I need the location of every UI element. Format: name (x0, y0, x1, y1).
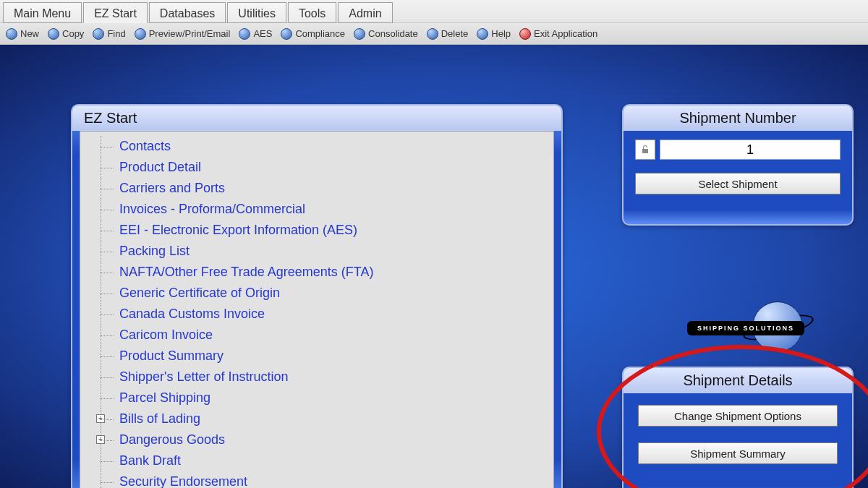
tree-item-dangerous-goods[interactable]: +Dangerous Goods (86, 429, 548, 450)
toolbar-label: Exit Application (534, 28, 597, 39)
shipment-details-panel: Shipment Details Change Shipment Options… (622, 367, 854, 488)
tree-item-security-endorsement[interactable]: Security Endorsement (86, 471, 548, 488)
tree-item-shipper-s-letter-of-instruction[interactable]: Shipper's Letter of Instruction (86, 367, 548, 388)
tree-item-parcel-shipping[interactable]: Parcel Shipping (86, 388, 548, 408)
tree-item-label: Dangerous Goods (119, 432, 225, 447)
tree-item-label: Carriers and Ports (119, 181, 225, 195)
toolbar-copy[interactable]: Copy (48, 28, 84, 40)
toolbar-new[interactable]: New (6, 28, 39, 40)
toolbar-label: Consolidate (368, 28, 418, 39)
tree-item-label: Packing List (119, 244, 190, 258)
tree-item-packing-list[interactable]: Packing List (86, 241, 548, 262)
exit-application-icon (519, 28, 531, 40)
tree-item-label: Caricom Invoice (119, 328, 213, 342)
ez-start-tree[interactable]: ContactsProduct DetailCarriers and Ports… (80, 131, 554, 488)
toolbar-label: Help (491, 28, 511, 39)
toolbar-aes[interactable]: AES (239, 28, 272, 40)
toolbar-consolidate[interactable]: Consolidate (354, 28, 418, 40)
compliance-icon (281, 28, 292, 40)
toolbar-label: New (20, 28, 39, 39)
toolbar-compliance[interactable]: Compliance (281, 28, 345, 40)
shipment-number-title: Shipment Number (624, 106, 852, 131)
main-menu-bar: Main MenuEZ StartDatabasesUtilitiesTools… (0, 0, 868, 23)
toolbar-delete[interactable]: Delete (427, 28, 469, 40)
delete-icon (427, 28, 438, 40)
tree-item-product-detail[interactable]: Product Detail (86, 157, 548, 178)
menu-tab-ez-start[interactable]: EZ Start (83, 2, 148, 23)
tree-item-label: Security Endorsement (119, 474, 247, 488)
toolbar-label: Compliance (295, 28, 345, 39)
shipment-details-title: Shipment Details (624, 368, 852, 393)
expand-icon[interactable]: + (96, 414, 105, 423)
tree-item-caricom-invoice[interactable]: Caricom Invoice (86, 325, 548, 346)
tree-item-label: EEI - Electronic Export Information (AES… (119, 223, 357, 237)
tree-item-contacts[interactable]: Contacts (86, 136, 548, 157)
tree-item-label: Contacts (119, 139, 171, 153)
menu-tab-admin[interactable]: Admin (338, 2, 392, 23)
tree-item-bills-of-lading[interactable]: +Bills of Lading (86, 408, 548, 429)
aes-icon (239, 28, 250, 40)
tree-item-label: Generic Certificate of Origin (119, 286, 280, 300)
select-shipment-button[interactable]: Select Shipment (635, 173, 841, 194)
action-toolbar: NewCopyFindPreview/Print/EmailAESComplia… (0, 23, 868, 45)
toolbar-label: Delete (441, 28, 469, 39)
tree-item-label: Invoices - Proforma/Commercial (119, 202, 305, 216)
tree-item-eei-electronic-export-information-aes-[interactable]: EEI - Electronic Export Information (AES… (86, 220, 548, 241)
consolidate-icon (354, 28, 365, 40)
menu-tab-tools[interactable]: Tools (288, 2, 336, 23)
tree-item-label: Product Detail (119, 160, 201, 174)
change-shipment-options-button[interactable]: Change Shipment Options (638, 405, 838, 427)
tree-item-product-summary[interactable]: Product Summary (86, 346, 548, 367)
menu-tab-utilities[interactable]: Utilities (227, 2, 286, 23)
tree-item-nafta-other-free-trade-agreements-fta-[interactable]: NAFTA/Other Free Trade Agreements (FTA) (86, 262, 548, 283)
tree-item-label: NAFTA/Other Free Trade Agreements (FTA) (119, 265, 373, 279)
ez-start-panel: EZ Start ContactsProduct DetailCarriers … (71, 104, 563, 488)
tree-item-label: Bank Draft (119, 453, 181, 468)
menu-tab-databases[interactable]: Databases (149, 2, 226, 23)
tree-item-label: Shipper's Letter of Instruction (119, 369, 289, 384)
shipping-solutions-logo: SHIPPING SOLUTIONS (665, 291, 810, 363)
workspace: EZ Start ContactsProduct DetailCarriers … (0, 45, 868, 488)
tree-item-label: Canada Customs Invoice (119, 307, 265, 321)
lock-icon[interactable] (635, 140, 655, 160)
tree-item-label: Parcel Shipping (119, 390, 210, 405)
globe-icon (752, 301, 803, 352)
expand-icon[interactable]: + (96, 435, 105, 444)
tree-item-generic-certificate-of-origin[interactable]: Generic Certificate of Origin (86, 283, 548, 304)
shipment-summary-button[interactable]: Shipment Summary (638, 442, 838, 464)
find-icon (93, 28, 104, 40)
tree-item-canada-customs-invoice[interactable]: Canada Customs Invoice (86, 304, 548, 325)
toolbar-preview-print-email[interactable]: Preview/Print/Email (135, 28, 231, 40)
toolbar-help[interactable]: Help (477, 28, 511, 40)
preview-print-email-icon (135, 28, 146, 40)
tree-item-carriers-and-ports[interactable]: Carriers and Ports (86, 178, 548, 199)
toolbar-find[interactable]: Find (93, 28, 125, 40)
help-icon (477, 28, 488, 40)
toolbar-label: AES (253, 28, 272, 39)
tree-item-invoices-proforma-commercial[interactable]: Invoices - Proforma/Commercial (86, 199, 548, 220)
toolbar-label: Find (107, 28, 125, 39)
tree-item-label: Product Summary (119, 348, 224, 363)
toolbar-label: Preview/Print/Email (149, 28, 231, 39)
toolbar-exit-application[interactable]: Exit Application (519, 28, 597, 40)
toolbar-label: Copy (62, 28, 84, 39)
menu-tab-main-menu[interactable]: Main Menu (3, 2, 82, 23)
tree-item-label: Bills of Lading (119, 411, 200, 426)
new-icon (6, 28, 17, 40)
shipment-number-panel: Shipment Number Select Shipment (622, 104, 854, 226)
tree-item-bank-draft[interactable]: Bank Draft (86, 450, 548, 471)
copy-icon (48, 28, 59, 40)
logo-text: SHIPPING SOLUTIONS (687, 321, 804, 335)
ez-start-title: EZ Start (72, 106, 561, 131)
shipment-number-input[interactable] (660, 140, 841, 160)
